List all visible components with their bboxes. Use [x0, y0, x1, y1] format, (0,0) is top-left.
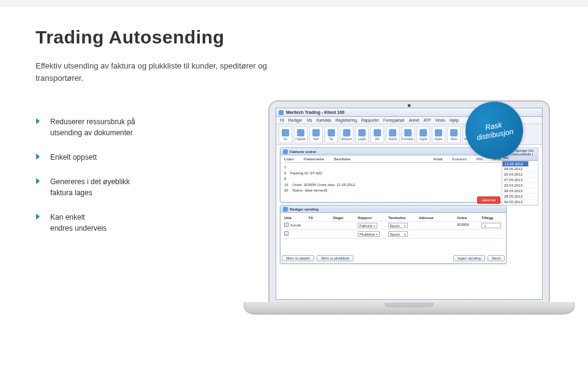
table-row[interactable]: Kunde Faktura Epost 303950 — [284, 222, 502, 230]
status-info: Status: false farmed3 — [292, 188, 327, 192]
no-sending-button[interactable]: Ingen sending — [453, 255, 485, 261]
column-header[interactable]: Utta — [284, 216, 305, 220]
print-details-button[interactable]: Skriv ut details — [282, 255, 314, 261]
bullet-text: Enkelt oppsett — [50, 152, 97, 163]
chevron-right-icon — [36, 117, 42, 125]
bullet-item: Reduserer ressursbruk påutsending av dok… — [36, 116, 219, 138]
laptop-base — [244, 302, 575, 315]
packing-id: Packing ID: ST-423 — [290, 171, 322, 175]
toolbar-button[interactable]: Riv — [371, 126, 384, 143]
checkbox[interactable] — [284, 223, 288, 227]
report-select[interactable]: Plukkliste — [358, 231, 380, 237]
table-row[interactable]: 1 — [284, 165, 502, 171]
app-icon — [279, 110, 284, 115]
tool-icon — [435, 129, 442, 136]
table-row[interactable]: 5 Packing ID: ST-423 — [284, 171, 502, 177]
window-icon — [283, 207, 288, 212]
menu-item[interactable]: ATP — [423, 118, 431, 122]
menu-item[interactable]: Forespørsel — [383, 118, 405, 122]
menu-item[interactable]: Fil — [280, 118, 284, 122]
date-row[interactable]: 08.06.2012 — [502, 166, 538, 172]
hent-inn-button[interactable]: Hent inn — [477, 196, 500, 204]
column-header[interactable]: Antall — [433, 157, 442, 161]
app-body: Fakturer ordrer Linjen Pakkemerke Bestil… — [280, 147, 538, 296]
column-header[interactable]: Rapport — [358, 216, 385, 220]
toolbar-button[interactable]: Nytter — [432, 126, 445, 143]
menu-item[interactable]: Vis — [307, 118, 312, 122]
bullet-item: Genereres i det øyeblikkfaktura lages — [36, 176, 219, 198]
table-row[interactable]: 15 Ordre: 203950 Ordre dato: 11.05.2012 — [284, 182, 502, 188]
edit-sending-window: Rediger sending Utta Fil Dager Rapport T… — [280, 205, 507, 264]
orders-window: Fakturer ordrer Linjen Pakkemerke Bestil… — [280, 147, 507, 203]
toolbar-button[interactable]: Forvalta. — [401, 126, 415, 143]
toolbar-button[interactable]: Ny — [325, 126, 338, 143]
column-header[interactable]: Kvantum — [452, 157, 467, 161]
menu-item[interactable]: Vindu — [435, 118, 446, 122]
tool-icon — [404, 129, 412, 136]
table-row[interactable]: 20 Status: false farmed3 — [284, 188, 502, 194]
column-header[interactable]: Temkultur — [388, 216, 415, 220]
tool-icon — [297, 129, 304, 136]
page-top-bar — [0, 0, 588, 6]
date-row[interactable]: 28.05.2013 — [502, 194, 538, 199]
toolbar-button[interactable]: Velord — [386, 126, 399, 143]
page-subtitle: Effektiv utsending av faktura og plukkli… — [36, 60, 282, 84]
menu-item[interactable]: Rediger — [288, 118, 303, 122]
transport-select[interactable]: Epost — [388, 223, 408, 228]
orders-title: Fakturer ordrer — [290, 150, 316, 154]
column-header[interactable]: Tillegg — [481, 216, 502, 220]
print-picklist-button[interactable]: Skriv ut plukkliste — [317, 255, 353, 261]
column-header[interactable]: Pris — [477, 157, 483, 161]
dates-panel: undens ilgonger Utv. kalt. | Avkondkfstl… — [502, 147, 538, 206]
send-button[interactable]: Send — [488, 255, 505, 261]
bullet-item: Enkelt oppsett — [36, 152, 219, 163]
bottom-buttons: Skriv ut details Skriv ut plukkliste Ing… — [281, 253, 506, 263]
window-icon — [283, 149, 288, 154]
tool-icon — [420, 129, 427, 136]
date-row[interactable]: 28.04.2013 — [502, 188, 538, 194]
toolbar-button[interactable]: Ny — [279, 126, 292, 143]
toolbar-button[interactable]: Lagre — [355, 126, 369, 143]
column-header[interactable]: Fil — [309, 216, 330, 220]
checkbox[interactable] — [284, 231, 288, 236]
order-cell: 303950 — [457, 223, 478, 228]
tool-icon — [358, 129, 366, 136]
date-row[interactable]: 20.04.2012 — [502, 172, 538, 177]
column-header[interactable]: Dager — [333, 216, 354, 220]
column-header[interactable]: Adresse — [419, 216, 453, 220]
date-row[interactable]: 07.05.2013 — [502, 177, 538, 183]
order-info: Ordre: 203950 Ordre dato: 11.05.2012 — [292, 183, 355, 187]
menu-item[interactable]: Annet — [409, 118, 419, 122]
bullet-text: Kan enkeltendres underveis — [50, 212, 107, 234]
menu-item[interactable]: Hjelp — [450, 118, 459, 122]
chevron-right-icon — [36, 213, 42, 220]
transport-select[interactable]: Epost — [388, 231, 408, 237]
date-row[interactable]: 23.04.2013 — [502, 183, 538, 188]
menu-item[interactable]: Registrering — [336, 118, 357, 122]
toolbar-button[interactable]: Skriv — [447, 126, 461, 143]
table-row[interactable]: 9 — [284, 176, 502, 182]
tillegg-select[interactable] — [481, 223, 501, 228]
column-header[interactable]: Linjen — [284, 157, 294, 161]
toolbar-button[interactable]: Oppst — [417, 126, 430, 143]
menu-item[interactable]: Rapporter — [361, 118, 379, 122]
chevron-right-icon — [36, 177, 42, 185]
menu-item[interactable]: Kartotek — [317, 118, 331, 122]
edit-sending-title: Rediger sending — [290, 207, 318, 211]
edit-sending-titlebar: Rediger sending — [281, 206, 506, 213]
tool-icon — [343, 129, 350, 136]
toolbar-button[interactable]: Eksport — [340, 126, 353, 143]
date-row[interactable]: 11.05.2012 — [502, 161, 529, 166]
column-header[interactable]: Pakkemerke — [304, 157, 324, 161]
table-row[interactable]: Plukkliste Epost — [284, 230, 502, 239]
bullet-item: Kan enkeltendres underveis — [36, 212, 219, 234]
column-header[interactable]: Bestillelse — [334, 157, 423, 161]
tool-icon — [312, 129, 320, 136]
date-row[interactable]: 06.05.2013 — [502, 199, 538, 205]
feature-bullets: Reduserer ressursbruk påutsending av dok… — [36, 116, 219, 247]
report-select[interactable]: Faktura — [358, 223, 377, 228]
toolbar-button[interactable]: Oppdat. — [294, 126, 307, 143]
chevron-right-icon — [36, 153, 42, 160]
column-header[interactable]: Ordre — [457, 216, 478, 220]
toolbar-button[interactable]: Nytt — [309, 126, 323, 143]
